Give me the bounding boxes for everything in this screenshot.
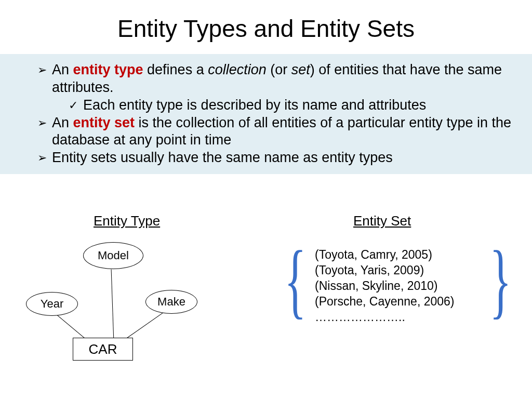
brace-left-icon: {	[284, 241, 306, 319]
bullet-2-text: An entity set is the collection of all e…	[52, 114, 513, 150]
bullet-1: ➢ An entity type defines a collection (o…	[19, 61, 513, 97]
attribute-year: Year	[26, 292, 78, 316]
bullet-3: ➢ Entity sets usually have the same name…	[19, 149, 513, 167]
er-diagram: Model Year Make CAR	[21, 239, 218, 374]
entity-car: CAR	[73, 338, 133, 361]
bullet-1-text: An entity type defines a collection (or …	[52, 61, 513, 97]
set-line-1: (Toyota, Camry, 2005)	[315, 247, 455, 263]
set-line-3: (Nissan, Skyline, 2010)	[315, 278, 455, 294]
edge-model-car	[111, 270, 114, 339]
slide: Entity Types and Entity Sets ➢ An entity…	[0, 0, 532, 399]
slide-title: Entity Types and Entity Sets	[0, 0, 532, 43]
keyword-entity-type: entity type	[73, 62, 143, 77]
set-line-5: …………………..	[315, 310, 455, 325]
chevron-right-icon: ➢	[37, 149, 52, 167]
bullet-1-sub-text: Each entity type is described by its nam…	[83, 97, 513, 114]
attribute-model: Model	[83, 242, 143, 269]
set-line-2: (Toyota, Yaris, 2009)	[315, 263, 455, 278]
brace-right-icon: }	[489, 241, 511, 319]
set-line-4: (Porsche, Cayenne, 2006)	[315, 294, 455, 310]
subheading-entity-type: Entity Type	[94, 213, 160, 229]
keyword-entity-set: entity set	[73, 115, 135, 130]
bullet-3-text: Entity sets usually have the same name a…	[52, 149, 513, 167]
bullet-1-sub: ✓ Each entity type is described by its n…	[19, 97, 513, 114]
bullet-2: ➢ An entity set is the collection of all…	[19, 114, 513, 150]
entity-set-lines: (Toyota, Camry, 2005) (Toyota, Yaris, 20…	[315, 247, 455, 325]
bullet-box: ➢ An entity type defines a collection (o…	[0, 54, 532, 174]
chevron-right-icon: ➢	[37, 114, 52, 132]
attribute-make: Make	[145, 290, 197, 314]
subheading-entity-set: Entity Set	[353, 213, 411, 229]
chevron-right-icon: ➢	[37, 61, 52, 79]
check-icon: ✓	[69, 97, 83, 114]
